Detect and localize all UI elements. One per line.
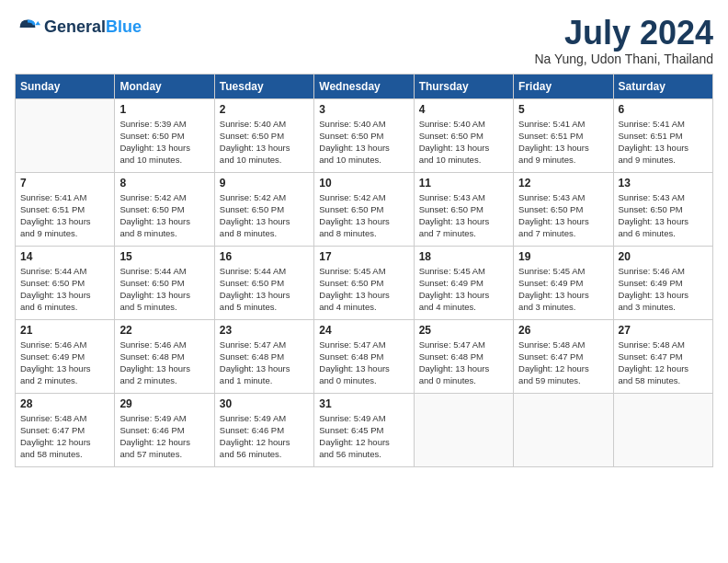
calendar-cell: 25Sunrise: 5:47 AM Sunset: 6:48 PM Dayli… (414, 319, 513, 393)
calendar-cell: 30Sunrise: 5:49 AM Sunset: 6:46 PM Dayli… (214, 393, 313, 466)
weekday-header-sunday: Sunday (16, 74, 115, 98)
day-number: 26 (518, 324, 608, 337)
calendar-cell: 27Sunrise: 5:48 AM Sunset: 6:47 PM Dayli… (613, 319, 712, 393)
day-info: Sunrise: 5:46 AM Sunset: 6:49 PM Dayligh… (619, 265, 708, 314)
calendar-cell: 21Sunrise: 5:46 AM Sunset: 6:49 PM Dayli… (16, 319, 115, 393)
day-info: Sunrise: 5:43 AM Sunset: 6:50 PM Dayligh… (419, 191, 508, 240)
day-info: Sunrise: 5:43 AM Sunset: 6:50 PM Dayligh… (518, 191, 608, 240)
day-number: 28 (20, 397, 109, 410)
calendar-cell: 13Sunrise: 5:43 AM Sunset: 6:50 PM Dayli… (613, 172, 712, 246)
day-info: Sunrise: 5:48 AM Sunset: 6:47 PM Dayligh… (20, 412, 109, 461)
day-info: Sunrise: 5:42 AM Sunset: 6:50 PM Dayligh… (220, 191, 309, 240)
calendar-cell: 22Sunrise: 5:46 AM Sunset: 6:48 PM Dayli… (115, 319, 214, 393)
day-info: Sunrise: 5:46 AM Sunset: 6:48 PM Dayligh… (119, 339, 209, 387)
calendar-week-row: 1Sunrise: 5:39 AM Sunset: 6:50 PM Daylig… (16, 98, 713, 172)
day-info: Sunrise: 5:39 AM Sunset: 6:50 PM Dayligh… (119, 118, 209, 167)
calendar-subtitle: Na Yung, Udon Thani, Thailand (534, 52, 713, 66)
day-number: 13 (619, 177, 708, 190)
day-info: Sunrise: 5:49 AM Sunset: 6:45 PM Dayligh… (319, 412, 408, 461)
day-info: Sunrise: 5:49 AM Sunset: 6:46 PM Dayligh… (220, 412, 309, 461)
day-number: 31 (319, 397, 408, 410)
calendar-cell: 8Sunrise: 5:42 AM Sunset: 6:50 PM Daylig… (115, 172, 214, 246)
day-number: 25 (419, 324, 508, 337)
day-number: 1 (119, 103, 209, 116)
logo-icon (15, 15, 40, 40)
calendar-cell (16, 98, 115, 172)
day-info: Sunrise: 5:47 AM Sunset: 6:48 PM Dayligh… (220, 339, 309, 387)
day-info: Sunrise: 5:49 AM Sunset: 6:46 PM Dayligh… (119, 412, 209, 461)
weekday-header-thursday: Thursday (414, 74, 513, 98)
calendar-cell: 3Sunrise: 5:40 AM Sunset: 6:50 PM Daylig… (314, 98, 414, 172)
calendar-title: July 2024 (534, 15, 713, 52)
day-info: Sunrise: 5:48 AM Sunset: 6:47 PM Dayligh… (518, 339, 608, 387)
calendar-cell (613, 393, 712, 466)
day-info: Sunrise: 5:45 AM Sunset: 6:50 PM Dayligh… (319, 265, 408, 314)
weekday-header-monday: Monday (115, 74, 214, 98)
day-number: 11 (419, 177, 508, 190)
calendar-cell: 9Sunrise: 5:42 AM Sunset: 6:50 PM Daylig… (214, 172, 313, 246)
day-info: Sunrise: 5:48 AM Sunset: 6:47 PM Dayligh… (619, 339, 708, 387)
day-number: 10 (319, 177, 408, 190)
day-number: 29 (119, 397, 209, 410)
weekday-header-tuesday: Tuesday (214, 74, 313, 98)
day-number: 5 (518, 103, 608, 116)
day-number: 4 (419, 103, 508, 116)
day-number: 21 (20, 324, 109, 337)
calendar-cell: 24Sunrise: 5:47 AM Sunset: 6:48 PM Dayli… (314, 319, 414, 393)
title-block: July 2024 Na Yung, Udon Thani, Thailand (534, 15, 713, 66)
weekday-header-saturday: Saturday (613, 74, 712, 98)
day-info: Sunrise: 5:47 AM Sunset: 6:48 PM Dayligh… (419, 339, 508, 387)
day-number: 2 (220, 103, 309, 116)
day-number: 22 (119, 324, 209, 337)
calendar-cell: 31Sunrise: 5:49 AM Sunset: 6:45 PM Dayli… (314, 393, 414, 466)
calendar-cell: 16Sunrise: 5:44 AM Sunset: 6:50 PM Dayli… (214, 246, 313, 319)
day-info: Sunrise: 5:40 AM Sunset: 6:50 PM Dayligh… (419, 118, 508, 167)
weekday-header-wednesday: Wednesday (314, 74, 414, 98)
calendar-week-row: 21Sunrise: 5:46 AM Sunset: 6:49 PM Dayli… (16, 319, 713, 393)
day-number: 30 (220, 397, 309, 410)
calendar-table: SundayMondayTuesdayWednesdayThursdayFrid… (15, 74, 713, 467)
weekday-header-friday: Friday (514, 74, 613, 98)
calendar-cell (414, 393, 513, 466)
page-header: GeneralBlue July 2024 Na Yung, Udon Than… (15, 15, 713, 66)
day-number: 14 (20, 250, 109, 263)
day-info: Sunrise: 5:44 AM Sunset: 6:50 PM Dayligh… (220, 265, 309, 314)
calendar-cell: 18Sunrise: 5:45 AM Sunset: 6:49 PM Dayli… (414, 246, 513, 319)
calendar-cell: 19Sunrise: 5:45 AM Sunset: 6:49 PM Dayli… (514, 246, 613, 319)
calendar-cell: 5Sunrise: 5:41 AM Sunset: 6:51 PM Daylig… (514, 98, 613, 172)
day-number: 6 (619, 103, 708, 116)
day-info: Sunrise: 5:40 AM Sunset: 6:50 PM Dayligh… (319, 118, 408, 167)
calendar-week-row: 28Sunrise: 5:48 AM Sunset: 6:47 PM Dayli… (16, 393, 713, 466)
calendar-cell (514, 393, 613, 466)
logo: GeneralBlue (15, 15, 142, 40)
day-info: Sunrise: 5:41 AM Sunset: 6:51 PM Dayligh… (518, 118, 608, 167)
logo-text: GeneralBlue (44, 18, 142, 37)
day-number: 19 (518, 250, 608, 263)
calendar-cell: 1Sunrise: 5:39 AM Sunset: 6:50 PM Daylig… (115, 98, 214, 172)
day-number: 20 (619, 250, 708, 263)
day-number: 27 (619, 324, 708, 337)
day-info: Sunrise: 5:42 AM Sunset: 6:50 PM Dayligh… (119, 191, 209, 240)
day-info: Sunrise: 5:47 AM Sunset: 6:48 PM Dayligh… (319, 339, 408, 387)
calendar-week-row: 14Sunrise: 5:44 AM Sunset: 6:50 PM Dayli… (16, 246, 713, 319)
calendar-cell: 28Sunrise: 5:48 AM Sunset: 6:47 PM Dayli… (16, 393, 115, 466)
day-number: 15 (119, 250, 209, 263)
calendar-cell: 23Sunrise: 5:47 AM Sunset: 6:48 PM Dayli… (214, 319, 313, 393)
day-number: 24 (319, 324, 408, 337)
weekday-header-row: SundayMondayTuesdayWednesdayThursdayFrid… (16, 74, 713, 98)
calendar-cell: 14Sunrise: 5:44 AM Sunset: 6:50 PM Dayli… (16, 246, 115, 319)
day-info: Sunrise: 5:44 AM Sunset: 6:50 PM Dayligh… (20, 265, 109, 314)
day-number: 9 (220, 177, 309, 190)
day-info: Sunrise: 5:43 AM Sunset: 6:50 PM Dayligh… (619, 191, 708, 240)
day-info: Sunrise: 5:41 AM Sunset: 6:51 PM Dayligh… (619, 118, 708, 167)
calendar-week-row: 7Sunrise: 5:41 AM Sunset: 6:51 PM Daylig… (16, 172, 713, 246)
day-info: Sunrise: 5:44 AM Sunset: 6:50 PM Dayligh… (119, 265, 209, 314)
calendar-cell: 2Sunrise: 5:40 AM Sunset: 6:50 PM Daylig… (214, 98, 313, 172)
day-info: Sunrise: 5:46 AM Sunset: 6:49 PM Dayligh… (20, 339, 109, 387)
calendar-cell: 15Sunrise: 5:44 AM Sunset: 6:50 PM Dayli… (115, 246, 214, 319)
calendar-cell: 12Sunrise: 5:43 AM Sunset: 6:50 PM Dayli… (514, 172, 613, 246)
calendar-cell: 17Sunrise: 5:45 AM Sunset: 6:50 PM Dayli… (314, 246, 414, 319)
calendar-cell: 20Sunrise: 5:46 AM Sunset: 6:49 PM Dayli… (613, 246, 712, 319)
day-info: Sunrise: 5:40 AM Sunset: 6:50 PM Dayligh… (220, 118, 309, 167)
day-number: 23 (220, 324, 309, 337)
